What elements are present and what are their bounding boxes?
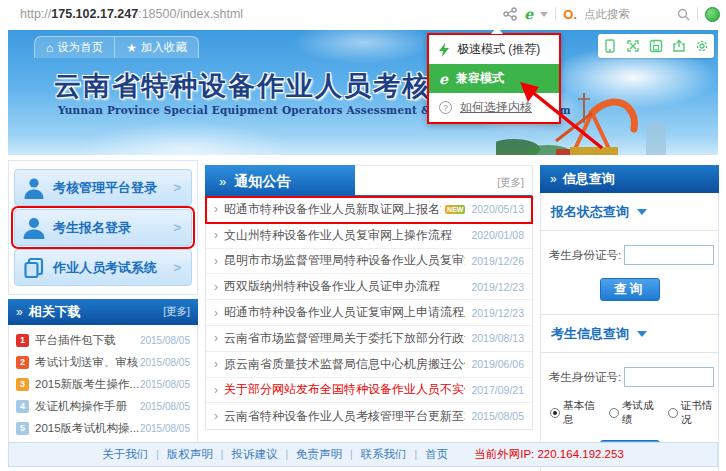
notice-date: 2019/12/23 (465, 307, 524, 319)
query-button[interactable]: 查询 (600, 278, 660, 301)
chevron-right-icon: > (173, 220, 191, 235)
chevron-right-icon: > (173, 260, 191, 275)
notice-date: 2019/12/26 (465, 255, 524, 267)
download-item[interactable]: 1 平台插件包下载 2015/08/05 (9, 329, 197, 351)
notice-item[interactable]: › 关于部分网站发布全国特种设备作业人员不实信息... 2017/09/21 (206, 378, 532, 404)
sidebar-item-label: 考生报名登录 (53, 219, 173, 237)
search-engine-logo[interactable]: O. (563, 7, 577, 22)
url-port-path: :18500/index.shtml (138, 7, 243, 21)
notice-title: 昆明市市场监督管理局特种设备作业人员复审流程... (224, 252, 465, 269)
notice-date: 2020/05/13 (465, 203, 524, 215)
question-icon: ? (439, 101, 452, 114)
lightning-icon (439, 43, 449, 57)
sidebar-item-candidate-signup-login[interactable]: 考生报名登录 > (14, 209, 192, 246)
footer-link-home[interactable]: 首页 (425, 447, 448, 462)
query-subsection-title: 报名状态查询 (551, 203, 629, 221)
menu-caret (491, 27, 503, 34)
share-icon[interactable] (503, 7, 517, 21)
notice-title: 关于部分网站发布全国特种设备作业人员不实信息... (224, 381, 465, 398)
sidebar-item-label: 作业人员考试系统 (53, 259, 173, 277)
notice-item[interactable]: › 昭通市特种设备作业人员证复审网上申请流程及相... 2019/12/23 (206, 300, 532, 326)
save-icon[interactable] (649, 39, 663, 53)
share-page-icon[interactable] (672, 39, 686, 53)
fullscreen-icon[interactable] (626, 39, 640, 53)
page-footer: 关于我们| 版权声明| 投诉建议| 免责声明| 联系我们| 首页 当前外网IP:… (8, 442, 718, 467)
search-icon[interactable] (677, 8, 690, 21)
section-marker: » (550, 172, 557, 186)
footer-link-about[interactable]: 关于我们 (102, 447, 148, 462)
notice-item[interactable]: › 昆明市市场监督管理局特种设备作业人员复审流程... 2019/12/26 (206, 249, 532, 275)
radio-icon (668, 408, 678, 418)
sidebar-item-admin-login[interactable]: 考核管理平台登录 > (14, 169, 192, 206)
home-icon: ⌂ (46, 41, 53, 55)
menu-item-label: 兼容模式 (456, 70, 504, 87)
footer-link-copyright[interactable]: 版权声明 (167, 447, 213, 462)
footer-link-contact[interactable]: 联系我们 (361, 447, 407, 462)
downloads-more-link[interactable]: [更多] (163, 305, 190, 319)
tab-notices[interactable]: » 通知公告 (205, 165, 355, 198)
footer-link-complaint[interactable]: 投诉建议 (231, 447, 277, 462)
footer-link-disclaimer[interactable]: 免责声明 (296, 447, 342, 462)
bullet-icon: › (214, 202, 218, 216)
download-item[interactable]: 4 发证机构操作手册 2015/08/05 (9, 395, 197, 417)
download-title: 发证机构操作手册 (35, 399, 140, 414)
radio-certificate-status[interactable]: 证书情况 (668, 399, 718, 427)
notice-item[interactable]: › 昭通市特种设备作业人员新取证网上报名流程 NEW 2020/05/13 (206, 197, 532, 223)
browser-mode-menu: 极速模式 (推荐) e 兼容模式 ? 如何选择内核 (427, 33, 561, 124)
candidate-id-input[interactable] (624, 367, 714, 387)
signup-status-query-toggle[interactable]: 报名状态查询 (541, 193, 718, 231)
section-marker: » (219, 174, 226, 189)
bullet-icon: › (214, 331, 218, 345)
notice-item[interactable]: › 文山州特种设备作业人员复审网上操作流程 2020/01/08 (206, 223, 532, 249)
browser-logo-icon[interactable] (705, 7, 720, 22)
download-title: 2015版考试机构操... (35, 421, 140, 436)
notices-title: 通知公告 (234, 173, 290, 191)
candidate-id-input[interactable] (624, 245, 714, 265)
new-badge: NEW (445, 205, 465, 214)
sidebar-item-label: 考核管理平台登录 (53, 179, 173, 197)
id-number-label: 考生身份证号: (549, 370, 621, 385)
notice-title: 原云南省质量技术监督局信息中心机房搬迁公告 (224, 356, 465, 373)
notices-more-link[interactable]: [更多] (497, 176, 524, 190)
download-item[interactable]: 5 2015版考试机构操... 2015/08/05 (9, 417, 197, 439)
set-homepage-button[interactable]: ⌂设为首页 (35, 37, 114, 58)
notice-item[interactable]: › 西双版纳州特种设备作业人员证申办流程 2019/12/23 (206, 274, 532, 300)
menu-item-speed-mode[interactable]: 极速模式 (推荐) (429, 35, 559, 64)
browser-search-input[interactable]: 点此搜索 (584, 7, 670, 22)
download-date: 2015/08/05 (140, 423, 190, 434)
notices-section-header: » 通知公告 [更多] (205, 165, 533, 197)
notice-item[interactable]: › 云南省特种设备作业人员考核管理平台更新至20... 2015/08/05 (206, 403, 532, 429)
radio-exam-score[interactable]: 考试成绩 (609, 399, 659, 427)
notice-date: 2020/01/08 (465, 229, 524, 241)
notice-date: 2017/09/21 (465, 384, 524, 396)
documents-icon (15, 257, 53, 279)
download-date: 2015/08/05 (140, 401, 190, 412)
download-item[interactable]: 3 2015新版考生操作... 2015/08/05 (9, 373, 197, 395)
radio-basic-info[interactable]: 基本信息 (550, 399, 600, 427)
download-item[interactable]: 2 考试计划送审、审核 ... 2015/08/05 (9, 351, 197, 373)
add-favorite-button[interactable]: ★加入收藏 (114, 37, 198, 58)
bullet-icon: › (214, 306, 218, 320)
query-title: 信息查询 (563, 170, 615, 188)
candidate-info-query-toggle[interactable]: 考生信息查询 (541, 315, 718, 353)
sidebar-item-exam-system[interactable]: 作业人员考试系统 > (14, 249, 192, 286)
notice-item[interactable]: › 云南省市场监督管理局关于委托下放部分行政许可... 2019/08/13 (206, 326, 532, 352)
menu-item-kernel-help[interactable]: ? 如何选择内核 (429, 93, 559, 122)
download-date: 2015/08/05 (140, 379, 190, 390)
browser-engine-icon[interactable]: e (524, 6, 533, 22)
divider (697, 7, 698, 21)
settings-gear-icon[interactable] (695, 39, 709, 53)
url-field[interactable]: http://175.102.17.247:18500/index.shtml (20, 7, 243, 21)
download-date: 2015/08/05 (140, 357, 190, 368)
notice-item[interactable]: › 原云南省质量技术监督局信息中心机房搬迁公告 2019/06/06 (206, 352, 532, 378)
mobile-view-icon[interactable] (603, 39, 617, 53)
query-panel: 报名状态查询 考生身份证号: 查询 考生信息查询 考生身份证号: 基本信息 考试… (540, 193, 719, 471)
rank-badge: 3 (16, 378, 29, 391)
downloads-section-header: » 相关下载 [更多] (8, 299, 198, 325)
radio-icon (550, 408, 560, 418)
radio-icon (609, 408, 619, 418)
separator: | (350, 449, 353, 460)
person-icon (15, 176, 53, 200)
menu-item-compat-mode[interactable]: e 兼容模式 (429, 64, 559, 93)
engine-dropdown-chevron-icon[interactable] (540, 12, 548, 17)
